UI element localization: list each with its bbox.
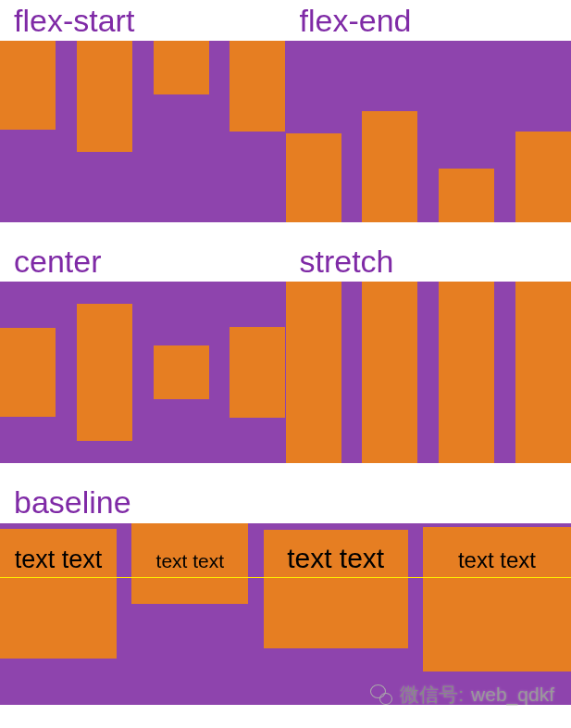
cell-center: center	[0, 241, 286, 482]
cell-stretch: stretch	[286, 241, 572, 482]
box-stretch	[286, 282, 572, 463]
cell-flex-end: flex-end	[286, 0, 572, 241]
label-flex-end: flex-end	[286, 0, 572, 41]
flex-item	[362, 282, 417, 463]
watermark-id: web_qdkf	[471, 684, 554, 706]
flex-item	[154, 345, 209, 399]
flex-item	[362, 111, 417, 222]
flex-item	[154, 41, 209, 94]
flex-item	[0, 41, 56, 130]
flex-container	[286, 282, 572, 463]
box-flex-end	[286, 41, 572, 222]
label-center: center	[0, 241, 286, 282]
baseline-guide	[0, 577, 571, 578]
flex-item	[230, 327, 285, 418]
cell-flex-start: flex-start	[0, 0, 286, 241]
box-center	[0, 282, 286, 463]
flex-container	[286, 41, 572, 222]
box-baseline: text texttext texttext texttext text	[0, 523, 571, 705]
flex-item	[286, 282, 341, 463]
flex-item: text text	[131, 523, 248, 604]
item-text: text text	[458, 527, 536, 672]
label-stretch: stretch	[286, 241, 572, 282]
item-text: text text	[15, 529, 103, 659]
diagram-grid: flex-start flex-end center stretch basel…	[0, 0, 571, 723]
watermark: 微信号: web_qdkf	[370, 682, 554, 708]
flex-item	[230, 41, 285, 132]
flex-container	[0, 41, 286, 222]
flex-item	[286, 133, 341, 222]
flex-item	[439, 282, 494, 463]
flex-container: text texttext texttext texttext text	[0, 523, 571, 705]
watermark-label: 微信号:	[400, 682, 464, 708]
flex-item: text text	[423, 527, 571, 672]
flex-item	[0, 328, 56, 417]
flex-item: text text	[264, 530, 408, 648]
flex-item	[77, 41, 132, 152]
label-baseline: baseline	[0, 482, 571, 522]
item-text: text text	[287, 530, 384, 648]
box-flex-start	[0, 41, 286, 222]
flex-item	[515, 132, 571, 222]
flex-item	[77, 304, 132, 441]
flex-item	[515, 282, 571, 463]
wechat-icon	[370, 684, 392, 705]
flex-item	[439, 169, 494, 222]
label-flex-start: flex-start	[0, 0, 286, 41]
flex-item: text text	[0, 529, 117, 659]
flex-container	[0, 282, 286, 463]
item-text: text text	[156, 523, 225, 604]
